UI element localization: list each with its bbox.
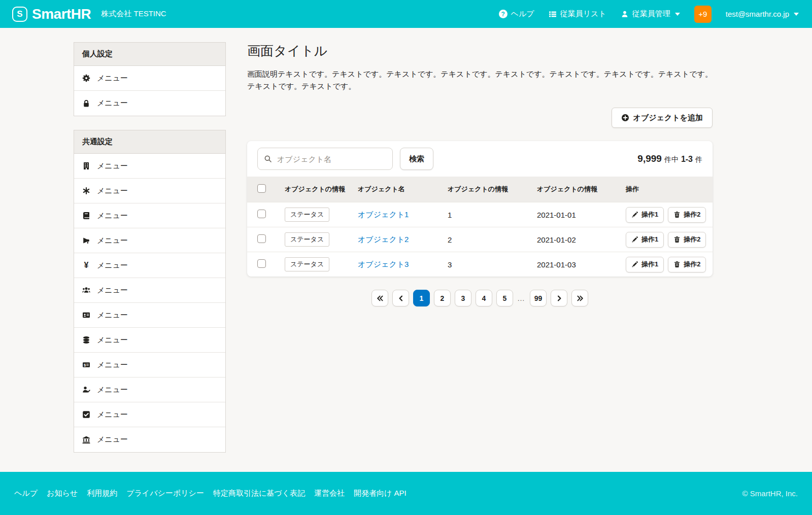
column-header: オブジェクト名 (358, 185, 448, 194)
trash-icon (673, 261, 681, 268)
account-menu[interactable]: test@smarthr.co.jp (726, 10, 799, 18)
page-button-5[interactable]: 5 (496, 290, 513, 306)
sidebar-item-security[interactable]: メニュー (74, 91, 225, 116)
sidebar-item-landmark[interactable]: メニュー (74, 427, 225, 452)
sidebar-item-announce[interactable]: メニュー (74, 228, 225, 253)
object-link[interactable]: オブジェクト2 (358, 235, 448, 245)
footer-link-help[interactable]: ヘルプ (14, 489, 38, 498)
edit-action-button[interactable]: 操作1 (626, 207, 664, 223)
object-date: 2021-01-02 (537, 235, 626, 244)
first-page-button[interactable] (371, 290, 388, 306)
row-checkbox[interactable] (257, 210, 266, 218)
pencil-icon (631, 211, 638, 218)
app-footer: ヘルプ お知らせ 利用規約 プライバシーポリシー 特定商取引法に基づく表記 運営… (0, 472, 812, 515)
column-header: オブジェクトの情報 (537, 185, 626, 194)
sidebar-item-label: メニュー (97, 186, 128, 196)
sidebar-item-label: メニュー (97, 98, 128, 108)
page-button-2[interactable]: 2 (434, 290, 451, 306)
prev-page-button[interactable] (392, 290, 409, 306)
sidebar-section-title: 個人設定 (74, 43, 225, 66)
search-box (257, 148, 393, 170)
sidebar-item-label: メニュー (97, 211, 128, 221)
next-page-button[interactable] (551, 290, 567, 306)
object-link[interactable]: オブジェクト1 (358, 210, 448, 220)
sidebar-item-usercheck[interactable]: メニュー (74, 377, 225, 402)
footer-link-developer-api[interactable]: 開発者向け API (354, 489, 407, 498)
chevrons-right-icon (576, 294, 584, 302)
sidebar-item-label: メニュー (97, 311, 128, 320)
sidebar-item-settings[interactable]: メニュー (74, 66, 225, 91)
sidebar-item-custom[interactable]: メニュー (74, 179, 225, 203)
page-button-last[interactable]: 99 (530, 290, 547, 306)
asterisk-icon (82, 187, 90, 195)
app-header: S SmartHR 株式会社 TESTINC ? ヘルプ 従業員リスト 従業員管… (0, 0, 812, 28)
nav-employee-admin[interactable]: 従業員管理 (621, 9, 680, 19)
sidebar-item-database[interactable]: メニュー (74, 328, 225, 353)
sidebar-item-label: メニュー (97, 236, 128, 246)
edit-action-button[interactable]: 操作1 (626, 257, 664, 272)
sidebar-item-label: メニュー (97, 335, 128, 345)
page-button-4[interactable]: 4 (476, 290, 492, 306)
select-all-checkbox[interactable] (257, 184, 266, 193)
delete-action-button[interactable]: 操作2 (668, 207, 706, 223)
footer-link-company[interactable]: 運営会社 (314, 489, 345, 498)
sidebar-item-label: メニュー (97, 286, 128, 295)
sidebar-item-checksquare[interactable]: メニュー (74, 402, 225, 427)
search-row: 検索 9,999 件中 1-3 件 (247, 141, 713, 177)
list-icon (549, 10, 557, 18)
result-count-range: 1-3 (681, 155, 693, 164)
result-count-of-label: 件中 (664, 155, 679, 164)
toolbar: オブジェクトを追加 (247, 108, 713, 128)
sidebar-item-members[interactable]: メニュー (74, 278, 225, 303)
search-button[interactable]: 検索 (400, 148, 433, 170)
object-date: 2021-01-01 (537, 211, 626, 219)
status-badge: ステータス (285, 232, 329, 247)
yen-icon: ¥ (82, 261, 90, 269)
building-icon (82, 162, 90, 170)
sidebar-item-book[interactable]: メニュー (74, 203, 225, 228)
delete-action-button[interactable]: 操作2 (668, 232, 706, 248)
edit-action-button[interactable]: 操作1 (626, 232, 664, 248)
footer-link-privacy[interactable]: プライバシーポリシー (126, 489, 204, 498)
nav-employee-list[interactable]: 従業員リスト (549, 9, 606, 19)
smarthr-logo[interactable]: S SmartHR (12, 6, 91, 22)
nav-help[interactable]: ? ヘルプ (499, 9, 534, 19)
object-date: 2021-01-03 (537, 260, 626, 269)
sidebar-item-moneycheck[interactable]: $ メニュー (74, 353, 225, 377)
smarthr-logo-icon: S (12, 7, 27, 22)
megaphone-icon (82, 236, 90, 245)
row-checkbox[interactable] (257, 259, 266, 268)
users-icon (82, 286, 90, 294)
notification-badge[interactable]: +9 (694, 6, 712, 23)
footer-link-news[interactable]: お知らせ (47, 489, 78, 498)
sidebar-section-title: 共通設定 (74, 130, 225, 154)
page-button-1[interactable]: 1 (413, 290, 430, 306)
sidebar: 個人設定 メニュー メニュー 共通設定 メニュー (74, 42, 226, 466)
sidebar-item-label: メニュー (97, 360, 128, 370)
object-search-input[interactable] (257, 148, 393, 170)
gear-icon (82, 74, 90, 82)
page-description: 画面説明テキストです。テキストです。テキストです。テキストです。テキストです。テ… (247, 68, 713, 92)
delete-action-button[interactable]: 操作2 (668, 257, 706, 272)
add-object-button[interactable]: オブジェクトを追加 (612, 108, 713, 128)
nav-help-label: ヘルプ (511, 9, 534, 19)
row-checkbox[interactable] (257, 234, 266, 243)
page-title: 画面タイトル (247, 42, 713, 60)
object-link[interactable]: オブジェクト3 (358, 260, 448, 269)
nav-employee-list-label: 従業員リスト (560, 9, 606, 19)
status-badge: ステータス (285, 257, 329, 271)
book-icon (82, 212, 90, 220)
footer-link-terms[interactable]: 利用規約 (87, 489, 117, 498)
table-row: ステータス オブジェクト3 3 2021-01-03 操作1 操作2 (247, 252, 713, 277)
column-header: オブジェクトの情報 (285, 185, 358, 194)
sidebar-item-company[interactable]: メニュー (74, 154, 225, 179)
main-content: 画面タイトル 画面説明テキストです。テキストです。テキストです。テキストです。テ… (247, 42, 713, 306)
footer-link-commerce-law[interactable]: 特定商取引法に基づく表記 (213, 489, 305, 498)
nav-employee-admin-label: 従業員管理 (632, 9, 670, 19)
object-table-card: 検索 9,999 件中 1-3 件 オブジェクトの情報 オブジェクト名 オブジェ… (247, 141, 713, 277)
page-button-3[interactable]: 3 (455, 290, 471, 306)
last-page-button[interactable] (571, 290, 588, 306)
sidebar-item-idcard[interactable]: メニュー (74, 303, 225, 328)
sidebar-item-payroll[interactable]: ¥ メニュー (74, 253, 225, 278)
delete-action-label: 操作2 (684, 260, 700, 269)
